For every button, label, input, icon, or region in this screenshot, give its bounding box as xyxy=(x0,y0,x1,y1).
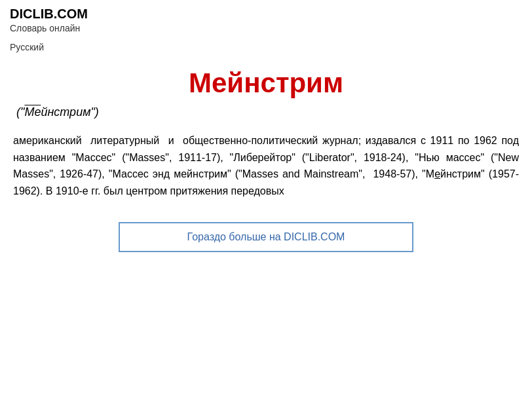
more-button[interactable]: Гораздо больше на DICLIB.COM xyxy=(119,222,413,252)
pronunciation: ("Мейнстрим") xyxy=(13,105,519,119)
definition-text: американский литературный и общественно-… xyxy=(13,132,519,199)
site-title[interactable]: DICLIB.COM xyxy=(10,7,522,22)
main-content: Мейнстрим ("Мейнстрим") американский лит… xyxy=(0,58,532,269)
cta-container: Гораздо больше на DICLIB.COM xyxy=(13,219,519,255)
site-subtitle: Словарь онлайн xyxy=(10,23,522,33)
language-label: Русский xyxy=(0,37,532,58)
word-title: Мейнстрим xyxy=(13,67,519,99)
site-header: DICLIB.COM Словарь онлайн xyxy=(0,0,532,37)
